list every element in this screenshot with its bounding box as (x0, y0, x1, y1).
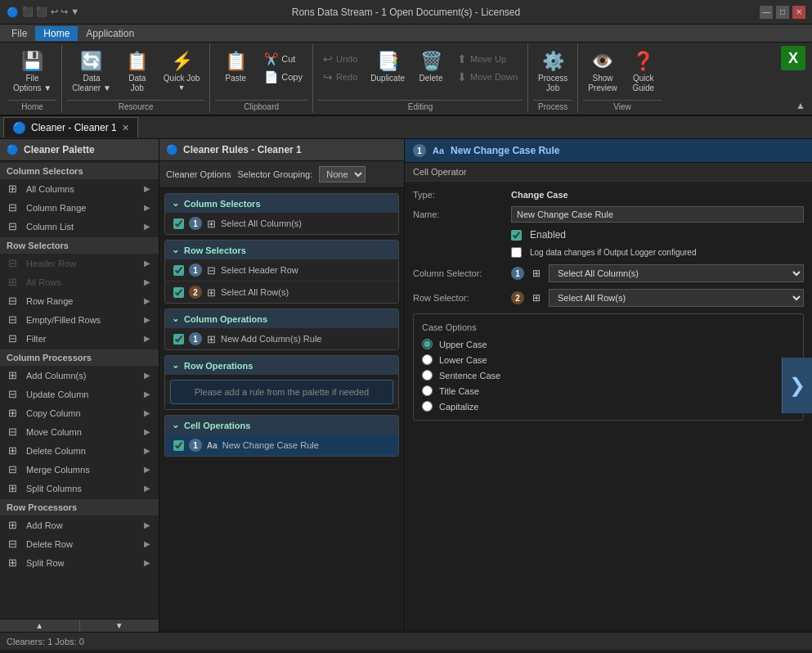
rule-label-header-row: Select Header Row (221, 265, 390, 275)
nav-arrow-right[interactable]: ❯ (782, 358, 812, 413)
data-cleaner-button[interactable]: 🔄 DataCleaner ▼ (67, 47, 116, 97)
ribbon-group-process-label: Process (533, 100, 572, 113)
palette-item-column-range[interactable]: ⊟ Column Range ▶ (0, 198, 159, 217)
palette-item-filter[interactable]: ⊟ Filter ▶ (0, 329, 159, 348)
palette-item-add-row[interactable]: ⊞ Add Row ▶ (0, 516, 159, 534)
radio-upper-case[interactable] (422, 339, 433, 349)
palette-scroll[interactable]: Column Selectors ⊞ All Columns ▶ ⊟ Colum… (0, 161, 159, 619)
rule-num-all-rows: 2 (189, 286, 202, 299)
radio-sentence-case[interactable] (422, 370, 433, 381)
cut-button[interactable]: ✂️ Cut (259, 51, 307, 67)
paste-button[interactable]: 📋 Paste (215, 47, 256, 87)
delete-button[interactable]: 🗑️ Delete (413, 47, 449, 87)
radio-lower-case[interactable] (422, 354, 433, 365)
rule-section-column-operations-header[interactable]: ⌄ Column Operations (165, 309, 398, 328)
duplicate-button[interactable]: 📑 Duplicate (366, 47, 410, 87)
palette-item-all-columns[interactable]: ⊞ All Columns ▶ (0, 179, 159, 198)
case-option-upper[interactable]: Upper Case (422, 339, 795, 349)
palette-item-row-range[interactable]: ⊟ Row Range ▶ (0, 291, 159, 310)
column-selector-select[interactable]: Select All Column(s) (549, 264, 804, 282)
process-job-button[interactable]: ⚙️ ProcessJob (533, 47, 572, 97)
quick-guide-button[interactable]: ❓ QuickGuide (626, 47, 662, 97)
case-option-capitalize[interactable]: Capitalize (422, 401, 795, 412)
rules-panel: 🔵 Cleaner Rules - Cleaner 1 Cleaner Opti… (159, 139, 405, 632)
ribbon-group-home: 💾 FileOptions ▼ Home (3, 44, 62, 113)
file-options-button[interactable]: 💾 FileOptions ▼ (8, 47, 56, 97)
rule-section-column-selectors-header[interactable]: ⌄ Column Selectors (165, 194, 398, 213)
rule-checkbox-all-rows[interactable] (173, 287, 184, 298)
copy-button[interactable]: 📄 Copy (259, 69, 307, 85)
cell-operator-title: Cell Operator (405, 163, 812, 182)
rule-icon-change-case: Aa (207, 441, 218, 450)
quick-job-button[interactable]: ⚡ Quick Job ▼ (159, 47, 204, 95)
all-rows-icon: ⊞ (8, 276, 21, 288)
tab-close-button[interactable]: ✕ (122, 123, 129, 133)
selector-grouping-label: Selector Grouping: (238, 169, 313, 179)
palette-item-split-columns[interactable]: ⊞ Split Columns ▶ (0, 479, 159, 498)
row-selector-icon: ⊞ (532, 292, 541, 304)
selector-grouping-select[interactable]: None (319, 166, 366, 182)
rule-checkbox-change-case[interactable] (173, 440, 184, 451)
rule-item-add-columns-rule[interactable]: 1 ⊞ New Add Column(s) Rule (165, 328, 398, 349)
rule-item-select-all-rows[interactable]: 2 ⊞ Select All Row(s) (165, 281, 398, 303)
tab-label: Cleaner - Cleaner 1 (31, 122, 117, 133)
palette-item-empty-filled-rows[interactable]: ⊟ Empty/Filled Rows ▶ (0, 310, 159, 329)
rules-scroll[interactable]: ⌄ Column Selectors 1 ⊞ Select All Column… (159, 188, 404, 632)
palette-item-delete-row[interactable]: ⊟ Delete Row ▶ (0, 534, 159, 553)
show-preview-button[interactable]: 👁️ ShowPreview (583, 47, 622, 97)
rule-checkbox-add-columns-rule[interactable] (173, 334, 184, 345)
palette-item-merge-columns[interactable]: ⊟ Merge Columns ▶ (0, 460, 159, 479)
palette-item-add-columns[interactable]: ⊞ Add Column(s) ▶ (0, 366, 159, 385)
delete-row-arrow: ▶ (144, 539, 150, 548)
menu-file[interactable]: File (3, 26, 35, 41)
ribbon-group-home-label: Home (8, 100, 56, 113)
all-rows-arrow: ▶ (144, 277, 150, 286)
radio-capitalize[interactable] (422, 401, 433, 412)
radio-title-case[interactable] (422, 385, 433, 396)
menu-application[interactable]: Application (78, 26, 142, 41)
close-button[interactable]: ✕ (792, 6, 805, 19)
undo-button[interactable]: ↩ Undo (318, 51, 362, 67)
case-option-sentence[interactable]: Sentence Case (422, 370, 795, 381)
rule-section-row-selectors-header[interactable]: ⌄ Row Selectors (165, 241, 398, 259)
rule-section-row-selectors-label: Row Selectors (184, 245, 246, 255)
palette-scroll-up-button[interactable]: ▲ (0, 619, 79, 632)
rule-item-change-case[interactable]: 1 Aa New Change Case Rule (165, 435, 398, 456)
ribbon-collapse-button[interactable]: ▲ (796, 100, 805, 111)
enabled-checkbox[interactable] (511, 230, 522, 241)
row-selector-select[interactable]: Select All Row(s) (549, 289, 804, 307)
palette-panel: 🔵 Cleaner Palette Column Selectors ⊞ All… (0, 139, 159, 632)
move-up-button[interactable]: ⬆ Move Up (452, 51, 523, 67)
palette-item-column-list[interactable]: ⊟ Column List ▶ (0, 217, 159, 236)
rule-section-cell-operations: ⌄ Cell Operations 1 Aa New Change Case R… (164, 415, 399, 457)
case-option-title[interactable]: Title Case (422, 385, 795, 396)
rule-item-select-all-columns[interactable]: 1 ⊞ Select All Column(s) (165, 213, 398, 234)
palette-scroll-down-button[interactable]: ▼ (79, 619, 159, 632)
palette-header: 🔵 Cleaner Palette (0, 139, 159, 161)
palette-item-move-column[interactable]: ⊟ Move Column ▶ (0, 422, 159, 441)
rule-item-select-header-row[interactable]: 1 ⊟ Select Header Row (165, 259, 398, 281)
move-down-button[interactable]: ⬇ Move Down (452, 69, 523, 85)
minimize-button[interactable]: — (760, 6, 773, 19)
palette-item-split-row[interactable]: ⊞ Split Row ▶ (0, 553, 159, 572)
rule-checkbox-all-columns[interactable] (173, 218, 184, 229)
rule-section-row-operations-header[interactable]: ⌄ Row Operations (165, 356, 398, 375)
cleaner-tab[interactable]: 🔵 Cleaner - Cleaner 1 ✕ (3, 117, 138, 137)
maximize-button[interactable]: □ (776, 6, 789, 19)
capitalize-label: Capitalize (439, 402, 478, 412)
rule-section-cell-operations-header[interactable]: ⌄ Cell Operations (165, 416, 398, 435)
palette-item-delete-column[interactable]: ⊞ Delete Column ▶ (0, 441, 159, 460)
menu-home[interactable]: Home (35, 26, 78, 41)
rule-checkbox-header-row[interactable] (173, 265, 184, 276)
log-checkbox[interactable] (511, 247, 522, 258)
log-row: Log data changes if Output Logger config… (413, 247, 804, 258)
column-selector-icon: ⊞ (532, 268, 541, 279)
column-list-label: Column List (26, 222, 139, 232)
name-input[interactable] (511, 206, 804, 223)
palette-item-update-column[interactable]: ⊟ Update Column ▶ (0, 385, 159, 403)
case-option-lower[interactable]: Lower Case (422, 354, 795, 365)
column-selector-label: Column Selector: (413, 268, 503, 278)
data-job-button[interactable]: 📋 DataJob (119, 47, 155, 97)
redo-button[interactable]: ↪ Redo (318, 69, 362, 85)
palette-item-copy-column[interactable]: ⊞ Copy Column ▶ (0, 403, 159, 422)
